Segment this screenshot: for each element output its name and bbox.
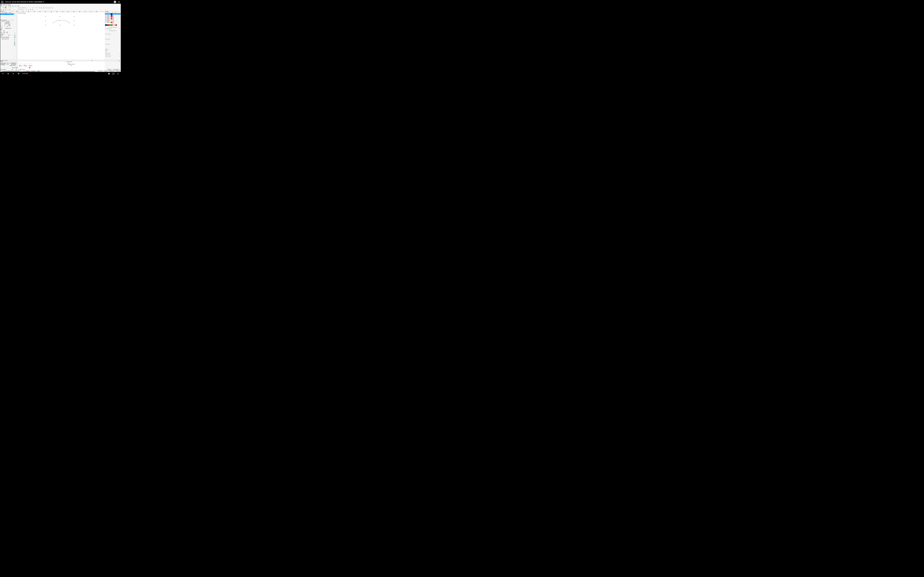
settings-button[interactable] bbox=[108, 73, 110, 75]
scroll-right-icon[interactable]: ▶ bbox=[119, 60, 120, 61]
line-tool-icon[interactable]: ⊕ bbox=[14, 39, 16, 40]
save-font-icon[interactable]: 💾 bbox=[3, 30, 4, 31]
mirror-v-icon[interactable]: ⇅ bbox=[23, 9, 24, 11]
open-icon[interactable]: 📂 bbox=[3, 7, 4, 9]
new-icon[interactable]: ▫ bbox=[1, 7, 2, 9]
snap-icon-3[interactable] bbox=[5, 9, 6, 11]
fullscreen-exit-button[interactable] bbox=[117, 73, 120, 75]
color-swatch[interactable] bbox=[111, 24, 112, 26]
volume-button[interactable] bbox=[17, 73, 20, 75]
align-icon-2[interactable] bbox=[20, 7, 22, 9]
zoom-all-icon[interactable]: 🔍 bbox=[49, 7, 51, 9]
nav-left-icon[interactable]: ⬅ bbox=[11, 69, 13, 70]
hatch-icon[interactable]: ✏ bbox=[34, 7, 36, 9]
menu-laser[interactable]: Laser bbox=[15, 5, 16, 6]
mirror-h-icon[interactable]: ⇄ bbox=[21, 9, 22, 11]
barcode-icon[interactable]: ▦ bbox=[14, 35, 16, 36]
play-button[interactable] bbox=[7, 73, 10, 75]
pointer-icon[interactable]: ✥ bbox=[14, 13, 16, 15]
enable-var-checkbox[interactable] bbox=[1, 39, 2, 39]
zoom-fit-icon[interactable]: 🔍 bbox=[45, 7, 47, 9]
tab-prev-icon[interactable]: ◀ bbox=[2, 60, 2, 61]
redo-icon[interactable]: ↷ bbox=[15, 7, 17, 9]
color-swatch[interactable] bbox=[110, 24, 111, 26]
zoom-icon[interactable]: 🔍 bbox=[39, 7, 40, 9]
zoom-sel-icon[interactable]: 🔍 bbox=[47, 7, 49, 9]
curved-text-object[interactable]: Laser Marking Technologies bbox=[46, 19, 76, 36]
eye-closed-icon[interactable]: 👁 bbox=[32, 9, 34, 11]
target-icon[interactable]: ◎ bbox=[27, 9, 29, 11]
cut-icon[interactable]: ✂ bbox=[8, 7, 10, 9]
tool-icon-2[interactable]: ⟲ bbox=[36, 7, 37, 9]
cross-icon[interactable]: + bbox=[14, 9, 16, 11]
tool-icon-1[interactable]: ▱ bbox=[32, 7, 33, 9]
tab-last-icon[interactable]: ⏭ bbox=[3, 60, 4, 61]
tt-style-2[interactable]: T T bbox=[3, 32, 5, 34]
text-tool-icon[interactable]: T bbox=[14, 33, 16, 34]
menu-help[interactable]: Help bbox=[17, 5, 19, 6]
measure-icon[interactable]: ⟷ bbox=[14, 44, 16, 46]
nav-refresh-icon[interactable]: 🔄 bbox=[20, 69, 21, 70]
axis-icon-2[interactable]: ⊢ bbox=[18, 9, 20, 11]
snap-icon-1[interactable] bbox=[1, 9, 2, 11]
nav-up-icon[interactable]: ⬆ bbox=[18, 69, 19, 70]
lock-aspect-icon[interactable]: ▣ bbox=[10, 23, 11, 24]
zoom-in-icon[interactable]: 🔍 bbox=[41, 7, 43, 9]
align-icon-4[interactable] bbox=[24, 7, 26, 9]
advance-button[interactable]: Advance... bbox=[107, 69, 112, 71]
tab-next-icon[interactable]: ▶ bbox=[2, 60, 3, 61]
sel-handle[interactable] bbox=[45, 16, 46, 17]
share-icon[interactable] bbox=[118, 1, 120, 3]
align-icon-3[interactable] bbox=[23, 7, 24, 9]
prev-button[interactable] bbox=[2, 73, 5, 75]
color-swatch[interactable] bbox=[113, 24, 114, 26]
mark-button[interactable]: ◎Mark(F2) bbox=[23, 63, 27, 66]
color-swatch[interactable] bbox=[105, 24, 107, 26]
menu-view[interactable]: View bbox=[11, 5, 13, 6]
watch-later-icon[interactable] bbox=[114, 1, 116, 3]
stop-icon[interactable] bbox=[29, 67, 31, 69]
height-box[interactable] bbox=[10, 35, 11, 35]
nav-right-icon[interactable]: ➡ bbox=[16, 69, 17, 70]
color-swatch[interactable] bbox=[115, 24, 117, 26]
zoom-out-icon[interactable]: 🔍 bbox=[43, 7, 45, 9]
object-row[interactable]: 1 1 Text bbox=[0, 13, 14, 15]
eye-open-icon[interactable]: 👁 bbox=[30, 9, 31, 11]
clock-icon[interactable]: ◐ bbox=[14, 40, 16, 42]
rect-icon[interactable]: ▭ bbox=[26, 9, 27, 11]
lock-icon[interactable]: 🔓 bbox=[9, 9, 11, 11]
sel-handle[interactable] bbox=[74, 16, 74, 17]
param-library-button[interactable]: Param library... bbox=[113, 69, 120, 71]
arrow-icon[interactable]: ↖ bbox=[14, 15, 16, 16]
align-icon-1[interactable] bbox=[18, 7, 20, 9]
hamburger-icon[interactable] bbox=[1, 1, 3, 3]
para-button[interactable]: ✂Para(F3) bbox=[28, 63, 33, 66]
zoom-window-icon[interactable]: 🔍 bbox=[52, 7, 53, 9]
red-button[interactable]: ⟲Red(F1) bbox=[18, 63, 23, 66]
sel-handle[interactable] bbox=[45, 25, 46, 26]
next-button[interactable] bbox=[12, 73, 15, 75]
delete-icon[interactable]: ✕ bbox=[7, 9, 9, 11]
tt-style-3[interactable]: T T bbox=[6, 32, 8, 34]
copy-icon[interactable]: 📋 bbox=[10, 7, 11, 9]
tt-style-1[interactable]: T T bbox=[1, 32, 2, 34]
chevron-down-icon[interactable]: ⌄ bbox=[60, 71, 61, 73]
minus-icon[interactable]: − bbox=[29, 7, 30, 9]
sel-handle[interactable] bbox=[45, 21, 46, 21]
panel-close-icon[interactable]: × bbox=[13, 11, 13, 12]
multilayer-checkbox[interactable] bbox=[1, 64, 2, 65]
save-icon[interactable]: 💾 bbox=[5, 7, 6, 9]
menu-file[interactable]: File bbox=[1, 5, 2, 6]
origin-point-icon[interactable] bbox=[9, 24, 10, 25]
panel-close-icon[interactable]: × bbox=[13, 20, 13, 21]
axis-icon-1[interactable]: ⊥ bbox=[16, 9, 18, 11]
tab-first-icon[interactable]: ⏮ bbox=[1, 60, 2, 61]
menu-draw[interactable]: Draw bbox=[5, 5, 7, 6]
color-swatch[interactable] bbox=[107, 24, 108, 26]
scroll-left-icon[interactable]: ◀ bbox=[92, 60, 92, 61]
color-swatch[interactable] bbox=[108, 24, 110, 26]
cast-button[interactable] bbox=[112, 73, 115, 75]
image-icon[interactable]: 🖼 bbox=[14, 37, 16, 38]
font-style-icon[interactable]: F bbox=[1, 30, 2, 32]
group-icon[interactable]: ⬡ bbox=[12, 9, 14, 11]
